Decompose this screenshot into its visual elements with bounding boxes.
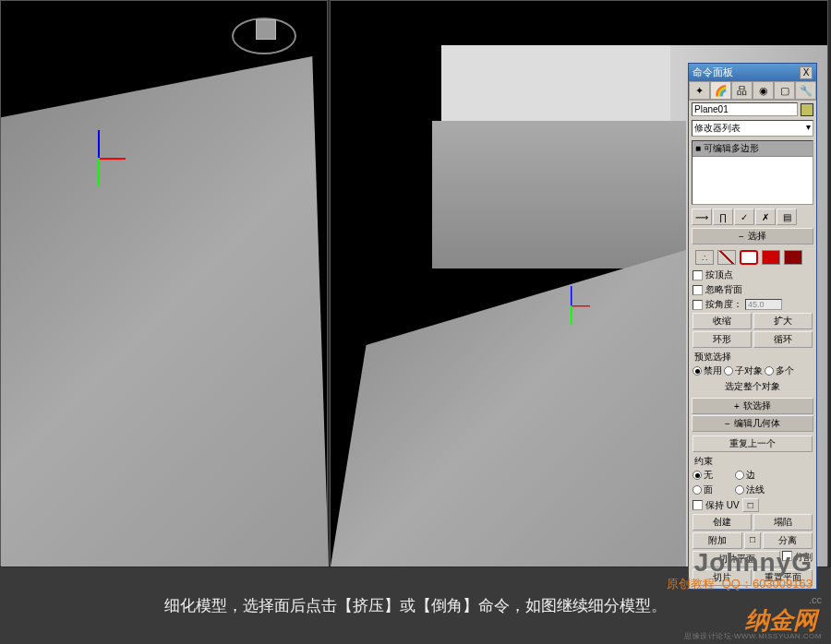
subobj-polygon[interactable] <box>762 250 780 265</box>
preview-multi-radio[interactable] <box>765 366 774 376</box>
transform-gizmo[interactable] <box>70 130 126 185</box>
wall-top <box>441 45 681 128</box>
by-vertex-checkbox[interactable] <box>692 270 703 280</box>
shrink-button[interactable]: 收缩 <box>692 313 752 329</box>
gizmo-x-axis[interactable] <box>571 305 590 306</box>
object-color-swatch[interactable] <box>801 103 813 116</box>
minus-icon: − <box>739 232 744 242</box>
panel-titlebar[interactable]: 命令面板 X <box>689 64 816 81</box>
light-object <box>256 19 276 40</box>
detach-button[interactable]: 分离 <box>763 532 813 549</box>
modifier-list-label: 修改器列表 <box>694 122 741 135</box>
panel-title: 命令面板 <box>692 66 733 79</box>
repeat-last-button[interactable]: 重复上一个 <box>692 435 813 452</box>
preview-subobj-label: 子对象 <box>735 364 763 377</box>
floor-mesh-right <box>331 250 686 566</box>
configure-sets-button[interactable]: ▤ <box>777 209 797 225</box>
tutorial-caption: 细化模型，选择面后点击【挤压】或【倒角】命令，如图继续细分模型。 <box>0 595 831 616</box>
tab-display[interactable]: ▢ <box>774 81 795 100</box>
gizmo-z-axis[interactable] <box>571 286 572 305</box>
remove-modifier-button[interactable]: ✗ <box>755 209 776 225</box>
attach-settings-button[interactable]: □ <box>744 532 761 549</box>
modifier-stack[interactable]: ■ 可编辑多边形 <box>692 140 813 205</box>
constraint-normal-radio[interactable] <box>735 485 744 495</box>
constraint-edge-label: 边 <box>746 469 755 482</box>
tab-motion[interactable]: ◉ <box>753 81 774 100</box>
ignore-backfacing-checkbox[interactable] <box>692 285 703 295</box>
modifier-list-dropdown[interactable]: 修改器列表 ▾ <box>692 120 813 137</box>
preview-off-label: 禁用 <box>704 364 722 377</box>
tab-hierarchy[interactable]: 品 <box>731 81 753 100</box>
ignore-backfacing-label: 忽略背面 <box>705 283 742 296</box>
preview-subobj-radio[interactable] <box>724 366 733 376</box>
minus-icon: − <box>725 419 730 429</box>
subobject-row: ∴ <box>692 247 813 268</box>
constraint-face-radio[interactable] <box>692 485 702 495</box>
stack-item-editable-poly[interactable]: ■ 可编辑多边形 <box>692 141 813 157</box>
constraint-none-radio[interactable] <box>692 471 702 480</box>
rollout-selection-body: ∴ 按顶点 忽略背面 按角度： 45.0 收缩 扩大 环形 循环 预览选择 <box>689 245 816 397</box>
subobj-element[interactable] <box>784 250 802 265</box>
close-button[interactable]: X <box>800 66 813 79</box>
gizmo-y-axis[interactable] <box>571 305 572 325</box>
collapse-button[interactable]: 塌陷 <box>753 514 813 531</box>
preserve-uv-settings-button[interactable]: □ <box>742 498 759 512</box>
by-vertex-label: 按顶点 <box>705 268 733 281</box>
watermark-author: JohnnyG <box>694 548 813 578</box>
site-url: 思缘设计论坛·WWW.MISSYUAN.COM <box>684 631 822 641</box>
rollout-soft-selection-header[interactable]: + 软选择 <box>692 398 813 414</box>
by-angle-label: 按角度： <box>705 298 742 311</box>
constraint-edge-radio[interactable] <box>735 471 744 480</box>
pin-stack-button[interactable]: ⟿ <box>692 209 712 225</box>
create-button[interactable]: 创建 <box>692 514 752 531</box>
stack-toolbar: ⟿ ∏ ✓ ✗ ▤ <box>689 207 816 227</box>
rollout-soft-selection-label: 软选择 <box>743 400 771 412</box>
watermark-subtitle: 原创教程 QQ：603009163 <box>667 576 813 592</box>
preserve-uv-checkbox[interactable] <box>692 500 703 510</box>
gizmo-z-axis[interactable] <box>98 130 100 158</box>
preserve-uv-label: 保持 UV <box>705 499 740 512</box>
tab-modify[interactable]: 🌈 <box>710 81 731 100</box>
wall-back <box>432 121 686 268</box>
preview-off-radio[interactable] <box>692 366 702 376</box>
rollout-selection-label: 选择 <box>748 230 766 243</box>
constraints-label: 约束 <box>692 453 813 468</box>
gizmo-y-axis[interactable] <box>98 158 100 185</box>
object-name-input[interactable]: Plane01 <box>692 102 798 116</box>
grow-button[interactable]: 扩大 <box>753 313 813 329</box>
preview-selection-label: 预览选择 <box>692 349 813 364</box>
transform-gizmo-right[interactable] <box>551 286 590 325</box>
preview-multi-label: 多个 <box>776 364 794 377</box>
by-angle-checkbox[interactable] <box>692 300 703 310</box>
tab-create[interactable]: ✦ <box>689 81 710 100</box>
show-end-result-button[interactable]: ∏ <box>713 209 733 225</box>
gizmo-x-axis[interactable] <box>98 158 126 160</box>
viewport-left[interactable] <box>0 0 328 566</box>
ring-button[interactable]: 环形 <box>692 331 752 348</box>
attach-button[interactable]: 附加 <box>692 532 742 549</box>
rollout-selection-header[interactable]: − 选择 <box>692 228 813 244</box>
constraint-normal-label: 法线 <box>746 483 765 496</box>
chevron-down-icon: ▾ <box>806 122 811 135</box>
command-panel: 命令面板 X ✦ 🌈 品 ◉ ▢ 🔧 Plane01 修改器列表 ▾ ■ 可编辑… <box>688 63 817 590</box>
make-unique-button[interactable]: ✓ <box>734 209 754 225</box>
subobj-border[interactable] <box>740 250 758 265</box>
tab-utilities[interactable]: 🔧 <box>795 81 816 100</box>
floor-mesh-left <box>1 56 329 566</box>
rollout-edit-geometry-label: 编辑几何体 <box>734 417 780 430</box>
rollout-edit-geometry-header[interactable]: − 编辑几何体 <box>692 415 813 432</box>
angle-spinner[interactable]: 45.0 <box>745 299 782 310</box>
selection-info: 选定整个对象 <box>692 378 813 395</box>
subobj-vertex[interactable]: ∴ <box>695 250 714 265</box>
constraint-face-label: 面 <box>704 483 713 496</box>
plus-icon: + <box>734 401 740 411</box>
subobj-edge[interactable] <box>717 250 736 265</box>
constraint-none-label: 无 <box>704 469 713 482</box>
panel-tabs: ✦ 🌈 品 ◉ ▢ 🔧 <box>689 81 816 101</box>
loop-button[interactable]: 循环 <box>753 331 813 348</box>
